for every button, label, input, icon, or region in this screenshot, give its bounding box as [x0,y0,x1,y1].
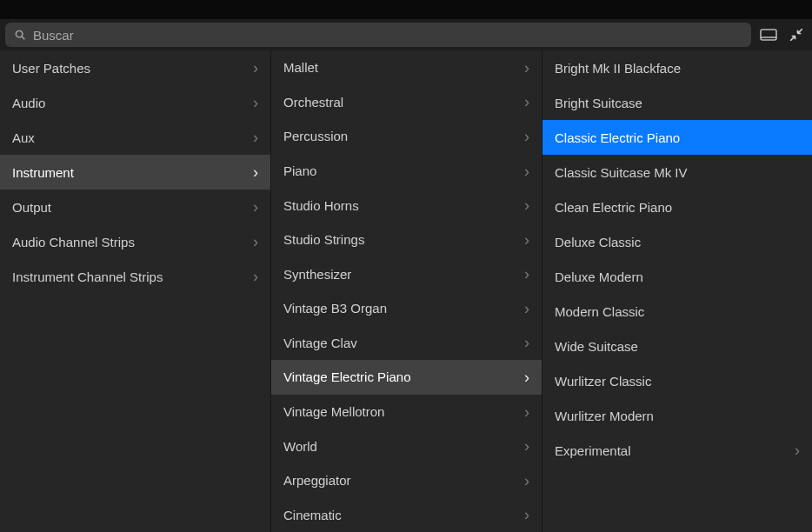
list-item[interactable]: Instrument› [0,155,270,190]
list-item[interactable]: Synthesizer› [271,256,542,291]
chevron-right-icon: › [253,234,258,249]
list-item[interactable]: Classic Electric Piano [542,120,812,155]
list-item[interactable]: Arpeggiator› [271,463,542,498]
search-icon [14,29,26,41]
list-item[interactable]: Vintage Electric Piano› [271,360,542,395]
list-item-label: Wurlitzer Classic [555,374,651,389]
chevron-right-icon: › [253,130,258,145]
list-item-label: World [283,439,317,454]
chevron-right-icon: › [524,94,529,110]
list-item-label: Orchestral [283,95,343,110]
list-item[interactable]: Audio Channel Strips› [0,224,270,259]
list-item-label: User Patches [12,61,90,76]
chevron-right-icon: › [253,269,258,284]
list-item[interactable]: Mallet› [271,50,542,85]
chevron-right-icon: › [524,163,529,179]
list-item[interactable]: Wide Suitcase [542,329,812,363]
browser-column-2: Mallet›Orchestral›Percussion›Piano›Studi… [271,50,542,532]
chevron-right-icon: › [524,301,529,316]
svg-point-0 [16,30,23,37]
browser-column-3: Bright Mk II BlackfaceBright SuitcaseCla… [542,50,812,532]
list-item-label: Arpeggiator [283,473,351,488]
list-item[interactable]: Deluxe Modern [542,259,812,294]
list-item[interactable]: Cinematic› [271,498,542,532]
chevron-right-icon: › [253,199,258,215]
svg-line-1 [22,37,24,39]
list-item[interactable]: Audio› [0,85,270,120]
list-item[interactable]: Vintage B3 Organ› [271,291,542,326]
list-item-label: Deluxe Classic [555,235,641,249]
library-browser: User Patches›Audio›Aux›Instrument›Output… [0,50,812,532]
list-item-label: Vintage Mellotron [283,404,384,419]
list-item-label: Audio Channel Strips [12,235,135,249]
chevron-right-icon: › [524,266,529,282]
list-item[interactable]: Bright Suitcase [542,85,812,120]
list-item-label: Vintage Clav [283,336,357,350]
list-item[interactable]: Studio Horns› [271,188,542,223]
chevron-right-icon: › [524,197,529,213]
list-item-label: Mallet [283,60,318,75]
chevron-right-icon: › [524,438,529,454]
list-item[interactable]: Orchestral› [271,85,542,120]
window-top-strip [0,0,812,19]
list-item[interactable]: Classic Suitcase Mk IV [542,155,812,190]
list-item-label: Piano [283,163,316,178]
svg-rect-2 [761,30,776,40]
list-item-label: Vintage Electric Piano [283,369,410,384]
list-item[interactable]: Output› [0,190,270,224]
list-item-label: Modern Classic [555,304,644,319]
list-item[interactable]: World› [271,429,542,463]
list-item-label: Instrument [12,165,74,180]
chevron-right-icon: › [524,335,529,350]
list-item[interactable]: Deluxe Classic [542,224,812,259]
list-item-label: Wide Suitcase [555,339,638,354]
list-item-label: Synthesizer [283,267,351,282]
chevron-right-icon: › [524,473,529,489]
list-item-label: Percussion [283,129,348,143]
list-item-label: Output [12,200,51,215]
chevron-right-icon: › [524,404,529,420]
chevron-right-icon: › [524,129,529,144]
list-item-label: Aux [12,130,35,145]
chevron-right-icon: › [524,507,529,522]
list-item-label: Studio Horns [283,198,359,213]
list-item[interactable]: Wurlitzer Modern [542,398,812,433]
chevron-right-icon: › [253,164,258,180]
chevron-right-icon: › [253,60,258,76]
list-item-label: Clean Electric Piano [555,200,672,215]
browser-column-1: User Patches›Audio›Aux›Instrument›Output… [0,50,271,532]
search-row [0,19,812,50]
view-mode-button[interactable] [758,24,779,45]
search-field[interactable] [5,23,751,47]
list-item[interactable]: Vintage Clav› [271,326,542,361]
list-item[interactable]: Aux› [0,120,270,155]
chevron-right-icon: › [524,369,529,385]
chevron-right-icon: › [795,442,800,458]
list-item[interactable]: Bright Mk II Blackface [542,50,812,85]
list-item[interactable]: Clean Electric Piano [542,190,812,224]
list-item-label: Deluxe Modern [555,269,643,284]
list-item-label: Audio [12,96,45,110]
list-item-label: Bright Suitcase [555,96,642,110]
list-item-label: Classic Electric Piano [555,130,680,145]
list-item-label: Experimental [555,443,631,458]
search-input[interactable] [33,28,742,43]
list-item-label: Studio Strings [283,232,364,247]
list-item-label: Wurlitzer Modern [555,409,654,423]
chevron-right-icon: › [524,60,529,76]
list-item[interactable]: Percussion› [271,119,542,154]
list-item[interactable]: User Patches› [0,50,270,85]
list-item[interactable]: Studio Strings› [271,223,542,257]
list-item[interactable]: Wurlitzer Classic [542,363,812,398]
list-item[interactable]: Modern Classic [542,294,812,329]
list-item[interactable]: Vintage Mellotron› [271,395,542,429]
list-item[interactable]: Experimental› [542,433,812,468]
chevron-right-icon: › [524,232,529,248]
list-item[interactable]: Piano› [271,154,542,189]
collapse-icon[interactable] [786,24,807,45]
list-item-label: Instrument Channel Strips [12,269,163,284]
list-item-label: Bright Mk II Blackface [555,61,681,76]
chevron-right-icon: › [253,95,258,110]
list-item[interactable]: Instrument Channel Strips› [0,259,270,294]
list-item-label: Vintage B3 Organ [283,301,387,316]
